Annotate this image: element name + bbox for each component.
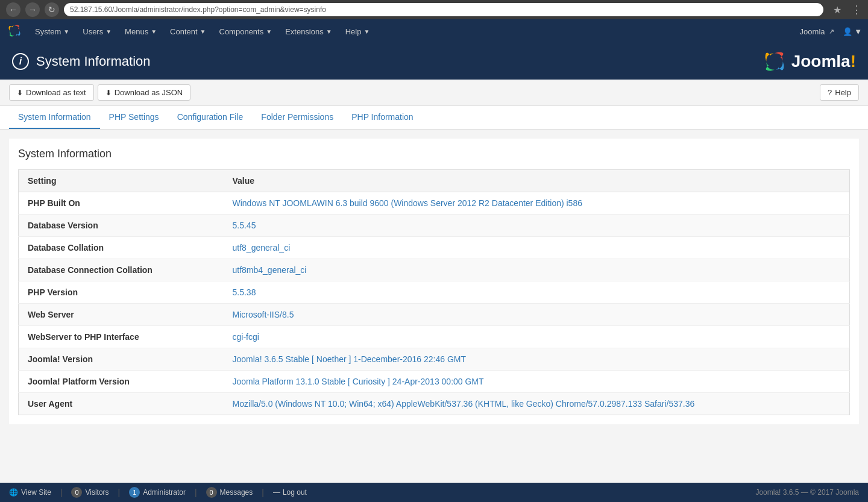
download-icon: ⬇ (17, 89, 23, 97)
caret-icon: ▼ (63, 28, 69, 35)
nav-content[interactable]: Content ▼ (164, 19, 212, 43)
system-info-table: Setting Value PHP Built OnWindows NT JOO… (18, 169, 850, 415)
reload-button[interactable]: ↻ (45, 2, 59, 17)
tab-php-settings[interactable]: PHP Settings (100, 106, 168, 129)
setting-cell: Web Server (19, 304, 224, 326)
page-header: i System Information Joomla! (0, 43, 868, 80)
nav-extensions[interactable]: Extensions ▼ (279, 19, 338, 43)
table-row: Database Collationutf8_general_ci (19, 237, 850, 259)
table-row: User AgentMozilla/5.0 (Windows NT 10.0; … (19, 393, 850, 415)
help-button[interactable]: ? Help (820, 84, 859, 101)
tab-system-information[interactable]: System Information (9, 106, 100, 129)
caret-icon: ▼ (105, 28, 112, 35)
table-header-row: Setting Value (19, 170, 850, 192)
download-icon: ⬇ (105, 89, 112, 97)
back-button[interactable]: ← (6, 2, 20, 17)
page-title: System Information (36, 54, 151, 69)
nav-system[interactable]: System ▼ (29, 19, 75, 43)
value-cell: Mozilla/5.0 (Windows NT 10.0; Win64; x64… (224, 393, 850, 415)
value-cell: Microsoft-IIS/8.5 (224, 304, 850, 326)
nav-menus[interactable]: Menus ▼ (119, 19, 163, 43)
toolbar-left: ⬇ Download as text ⬇ Download as JSON (9, 84, 190, 101)
table-row: Database Connection Collationutf8mb4_gen… (19, 259, 850, 281)
url-bar[interactable]: 52.187.15.60/Joomla/administrator/index.… (64, 3, 823, 16)
value-cell: 5.5.38 (224, 281, 850, 304)
setting-cell: Joomla! Version (19, 348, 224, 371)
svg-point-0 (12, 28, 17, 33)
tab-folder-permissions[interactable]: Folder Permissions (252, 106, 342, 129)
browser-menu-icon[interactable]: ⋮ (851, 3, 862, 16)
nav-right: Joomla ↗ 👤 ▼ (800, 27, 862, 36)
setting-cell: Database Version (19, 215, 224, 237)
url-text: 52.187.15.60/Joomla/administrator/index.… (70, 5, 326, 14)
value-cell: utf8mb4_general_ci (224, 259, 850, 281)
joomla-brand-logo (761, 48, 788, 75)
setting-column-header: Setting (19, 170, 224, 192)
joomla-admin-link[interactable]: Joomla (800, 27, 825, 36)
table-row: PHP Built OnWindows NT JOOMLAWIN 6.3 bui… (19, 192, 850, 215)
tab-configuration-file[interactable]: Configuration File (168, 106, 253, 129)
value-cell: 5.5.45 (224, 215, 850, 237)
caret-icon: ▼ (151, 28, 157, 35)
caret-icon: ▼ (266, 28, 272, 35)
nav-users[interactable]: Users ▼ (77, 19, 118, 43)
forward-button[interactable]: → (25, 2, 40, 17)
value-cell: utf8_general_ci (224, 237, 850, 259)
table-row: PHP Version5.5.38 (19, 281, 850, 304)
value-cell: Joomla! 3.6.5 Stable [ Noether ] 1-Decem… (224, 348, 850, 371)
nav-components[interactable]: Components ▼ (213, 19, 278, 43)
table-row: Database Version5.5.45 (19, 215, 850, 237)
tabs-bar: System Information PHP Settings Configur… (0, 106, 868, 130)
browser-bar: ← → ↻ 52.187.15.60/Joomla/administrator/… (0, 0, 868, 19)
user-menu-icon[interactable]: 👤 ▼ (843, 27, 862, 36)
setting-cell: Database Collation (19, 237, 224, 259)
value-cell: cgi-fcgi (224, 326, 850, 348)
caret-icon: ▼ (200, 28, 206, 35)
download-text-button[interactable]: ⬇ Download as text (9, 84, 94, 101)
nav-help[interactable]: Help ▼ (339, 19, 376, 43)
setting-cell: Database Connection Collation (19, 259, 224, 281)
value-cell: Joomla Platform 13.1.0 Stable [ Curiosit… (224, 371, 850, 393)
table-row: Joomla! VersionJoomla! 3.6.5 Stable [ No… (19, 348, 850, 371)
section-title: System Information (18, 148, 850, 160)
nav-menu: System ▼ Users ▼ Menus ▼ Content ▼ Compo… (29, 19, 800, 43)
table-row: WebServer to PHP Interfacecgi-fcgi (19, 326, 850, 348)
setting-cell: PHP Version (19, 281, 224, 304)
top-navigation: System ▼ Users ▼ Menus ▼ Content ▼ Compo… (0, 19, 868, 43)
svg-point-1 (770, 57, 779, 66)
value-column-header: Value (224, 170, 850, 192)
table-row: Joomla! Platform VersionJoomla Platform … (19, 371, 850, 393)
caret-icon: ▼ (363, 28, 370, 35)
setting-cell: User Agent (19, 393, 224, 415)
joomla-brand: Joomla! (761, 48, 856, 75)
page-title-section: i System Information (12, 53, 151, 70)
setting-cell: PHP Built On (19, 192, 224, 215)
tab-php-information[interactable]: PHP Information (342, 106, 422, 129)
caret-icon: ▼ (326, 28, 332, 35)
question-icon: ? (828, 88, 832, 97)
external-link-icon: ↗ (829, 28, 834, 36)
download-json-button[interactable]: ⬇ Download as JSON (98, 84, 190, 101)
info-icon: i (12, 53, 29, 70)
toolbar: ⬇ Download as text ⬇ Download as JSON ? … (0, 80, 868, 106)
setting-cell: Joomla! Platform Version (19, 371, 224, 393)
main-content: System Information Setting Value PHP Bui… (9, 139, 859, 424)
table-row: Web ServerMicrosoft-IIS/8.5 (19, 304, 850, 326)
setting-cell: WebServer to PHP Interface (19, 326, 224, 348)
bookmark-icon[interactable]: ★ (833, 4, 841, 16)
brand-text: Joomla! (791, 52, 856, 71)
joomla-logo-small[interactable] (6, 22, 23, 41)
value-cell: Windows NT JOOMLAWIN 6.3 build 9600 (Win… (224, 192, 850, 215)
